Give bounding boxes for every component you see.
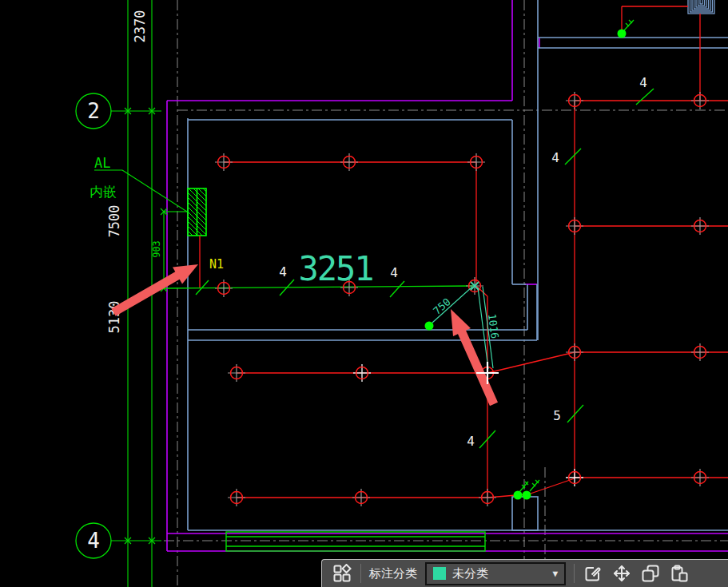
annotation-toolbar: 标注分类 未分类 ▼ <box>321 559 728 587</box>
category-dropdown[interactable]: 未分类 ▼ <box>425 562 566 585</box>
category-grid-icon[interactable] <box>332 563 352 584</box>
category-label: 标注分类 <box>369 566 417 581</box>
panel-label[interactable]: AL <box>94 155 110 171</box>
wire-count-2: 4 <box>390 265 398 280</box>
toolbar-separator <box>574 564 575 583</box>
drawing-background <box>0 0 728 587</box>
wire-count-3: 4 <box>639 75 647 90</box>
distribution-panel-symbol[interactable] <box>188 188 206 236</box>
color-swatch <box>433 567 446 580</box>
toolbar-separator <box>360 564 361 583</box>
wire-count-5: 5 <box>553 408 561 423</box>
panel-mount-label[interactable]: 内嵌 <box>90 184 117 200</box>
grid-axis-label: 4 <box>87 529 100 553</box>
paste-icon[interactable] <box>669 563 690 584</box>
copy-icon[interactable] <box>640 563 661 584</box>
selected-dim-text[interactable]: 3251 <box>298 249 372 288</box>
wire-count-6: 4 <box>467 434 475 449</box>
wire-count-1: 4 <box>279 264 287 280</box>
dim-7500[interactable]: 7500 <box>106 205 122 238</box>
grid-axis-label: 2 <box>87 99 100 123</box>
move-icon[interactable] <box>611 563 632 584</box>
category-dropdown-value: 未分类 <box>452 566 546 581</box>
cad-drawing-canvas[interactable]: 3251 750 1016 2370 7500 5130 903 AL 内嵌 N… <box>0 0 728 587</box>
dim-903[interactable]: 903 <box>151 240 162 258</box>
edit-annotation-icon[interactable] <box>583 563 603 584</box>
circuit-label-n1[interactable]: N1 <box>209 257 224 272</box>
dropdown-arrow-icon: ▼ <box>552 569 558 579</box>
wire-count-4: 4 <box>551 150 559 165</box>
dim-2370[interactable]: 2370 <box>132 10 148 43</box>
